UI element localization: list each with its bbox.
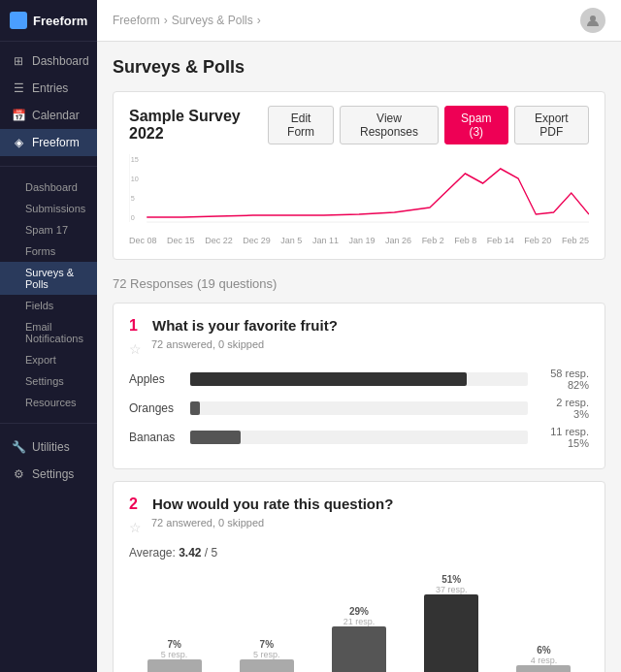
sidebar-sub-resources[interactable]: Resources	[0, 392, 97, 413]
q2-resp-4: 37 resp.	[436, 585, 468, 594]
line-chart-svg: 15 10 5 0	[129, 154, 589, 232]
q1-bar-fill-oranges	[190, 401, 200, 415]
sidebar-sub-export[interactable]: Export	[0, 349, 97, 370]
q1-bar-apples	[190, 372, 528, 386]
q2-pct-4: 51%	[441, 574, 461, 585]
sidebar: Freeform ⊞ Dashboard ☰ Entries 📅 Calenda…	[0, 0, 97, 672]
q2-resp-1: 5 resp.	[161, 650, 188, 659]
spam-button[interactable]: Spam (3)	[444, 106, 508, 144]
q2-bar-5	[516, 665, 571, 672]
breadcrumb: Freeform › Surveys & Polls ›	[113, 14, 261, 27]
question-2: 2 How would you rate this question? ☆ 72…	[113, 481, 605, 672]
q2-pct-5: 6%	[537, 645, 550, 656]
responses-count: 72 Responses	[113, 276, 193, 291]
user-icon	[586, 14, 600, 27]
q2-meta: 72 answered, 0 skipped	[151, 517, 264, 528]
calendar-icon: 📅	[12, 109, 25, 122]
breadcrumb-freeform[interactable]: Freeform	[113, 14, 160, 27]
survey-title: Sample Survey 2022	[129, 108, 268, 143]
q1-row-apples: Apples 58 resp. 82%	[129, 368, 589, 391]
page-title: Surveys & Polls	[113, 57, 605, 78]
q2-avg: Average: 3.42 / 5	[129, 546, 589, 560]
survey-card: Sample Survey 2022 Edit Form View Respon…	[113, 91, 605, 260]
freeform-icon: ◈	[12, 136, 25, 149]
line-chart: 15 10 5 0	[129, 154, 589, 232]
sidebar-item-label: Freeform	[32, 136, 80, 149]
sidebar-item-calendar[interactable]: 📅 Calendar	[0, 102, 97, 129]
q1-label-oranges: Oranges	[129, 401, 182, 415]
q2-bar-col-4: 51% 37 resp.	[407, 574, 497, 672]
q2-number: 2	[129, 496, 145, 513]
breadcrumb-sep: ›	[164, 14, 168, 27]
q1-star[interactable]: ☆	[129, 341, 142, 357]
q2-bar-col-2: 7% 5 resp.	[221, 639, 311, 672]
question-1: 1 What is your favorite fruit? ☆ 72 answ…	[113, 303, 605, 469]
sidebar-item-label: Dashboard	[32, 54, 89, 68]
user-avatar[interactable]	[580, 8, 605, 33]
sidebar-sub-settings[interactable]: Settings	[0, 370, 97, 392]
q2-bar-col-5: 6% 4 resp.	[499, 645, 589, 672]
page-body: Surveys & Polls Sample Survey 2022 Edit …	[97, 42, 621, 672]
sidebar-item-settings[interactable]: ⚙ Settings	[0, 461, 97, 488]
q2-bar-4	[424, 594, 478, 672]
q2-bar-1	[147, 659, 202, 672]
q2-avg-val: 3.42	[179, 546, 201, 560]
q1-number: 1	[129, 317, 145, 335]
view-responses-button[interactable]: View Responses	[340, 106, 438, 144]
sidebar-item-entries[interactable]: ☰ Entries	[0, 75, 97, 102]
q2-star[interactable]: ☆	[129, 520, 142, 535]
breadcrumb-sep2: ›	[257, 14, 261, 27]
sidebar-item-label: Settings	[32, 467, 74, 481]
sidebar-item-freeform[interactable]: ◈ Freeform	[0, 129, 97, 156]
spam-badge: 17	[56, 224, 68, 236]
q2-bar-col-1: 7% 5 resp.	[129, 639, 219, 672]
sidebar-sub-surveys[interactable]: Surveys & Polls	[0, 262, 97, 295]
q1-header-row: 1 What is your favorite fruit?	[129, 317, 589, 335]
q1-label-bananas: Bananas	[129, 431, 182, 444]
q2-resp-3: 21 resp.	[343, 617, 376, 626]
main-content: Freeform › Surveys & Polls › Surveys & P…	[97, 0, 621, 672]
sidebar-item-dashboard[interactable]: ⊞ Dashboard	[0, 48, 97, 75]
q2-title: How would you rate this question?	[152, 496, 393, 512]
q2-bar-chart: 7% 5 resp. 7% 5 resp. 29% 21 resp. 51% 3…	[129, 571, 589, 672]
q1-bar-oranges	[190, 401, 528, 415]
q1-bar-fill-apples	[190, 372, 467, 386]
sidebar-item-utilities[interactable]: 🔧 Utilities	[0, 433, 97, 461]
responses-questions: (19 questions)	[197, 276, 277, 291]
chart-labels: Dec 08Dec 15Dec 22Dec 29Jan 5Jan 11Jan 1…	[129, 236, 589, 245]
q1-row-bananas: Bananas 11 resp. 15%	[129, 426, 589, 449]
q1-bars: Apples 58 resp. 82% Oranges 2 resp. 3% B…	[129, 368, 589, 449]
sidebar-sub-forms[interactable]: Forms	[0, 240, 97, 262]
q2-pct-3: 29%	[349, 606, 369, 617]
q1-count-oranges: 2 resp. 3%	[536, 397, 589, 420]
q1-bar-fill-bananas	[190, 431, 241, 444]
dashboard-icon: ⊞	[12, 54, 25, 68]
sidebar-sub-email[interactable]: Email Notifications	[0, 316, 97, 349]
breadcrumb-surveys[interactable]: Surveys & Polls	[172, 14, 253, 27]
q1-title: What is your favorite fruit?	[152, 317, 338, 334]
responses-header: 72 Responses (19 questions)	[113, 275, 605, 291]
sidebar-item-label: Calendar	[32, 109, 80, 122]
q1-count-apples: 58 resp. 82%	[536, 368, 589, 391]
sidebar-logo[interactable]: Freeform	[0, 0, 97, 42]
utilities-icon: 🔧	[12, 440, 25, 454]
q1-row-oranges: Oranges 2 resp. 3%	[129, 397, 589, 420]
svg-text:10: 10	[131, 175, 139, 183]
export-pdf-button[interactable]: Export PDF	[514, 106, 589, 144]
settings-icon: ⚙	[12, 467, 25, 481]
q1-meta: 72 answered, 0 skipped	[151, 338, 264, 350]
edit-form-button[interactable]: Edit Form	[268, 106, 334, 144]
q2-resp-2: 5 resp.	[253, 650, 280, 659]
sidebar-item-label: Utilities	[32, 440, 70, 454]
sidebar-sub-spam[interactable]: Spam 17	[0, 219, 97, 240]
svg-text:0: 0	[131, 213, 135, 222]
q1-label-apples: Apples	[129, 372, 182, 386]
sidebar-sub-fields[interactable]: Fields	[0, 295, 97, 316]
sidebar-sub-dashboard[interactable]: Dashboard	[0, 176, 97, 198]
q2-resp-5: 4 resp.	[531, 656, 558, 665]
q2-bar-3	[332, 626, 386, 672]
sidebar-sub-submissions[interactable]: Submissions	[0, 198, 97, 219]
survey-header: Sample Survey 2022 Edit Form View Respon…	[129, 106, 589, 144]
freeform-logo-icon	[10, 12, 27, 29]
topbar: Freeform › Surveys & Polls ›	[97, 0, 621, 42]
